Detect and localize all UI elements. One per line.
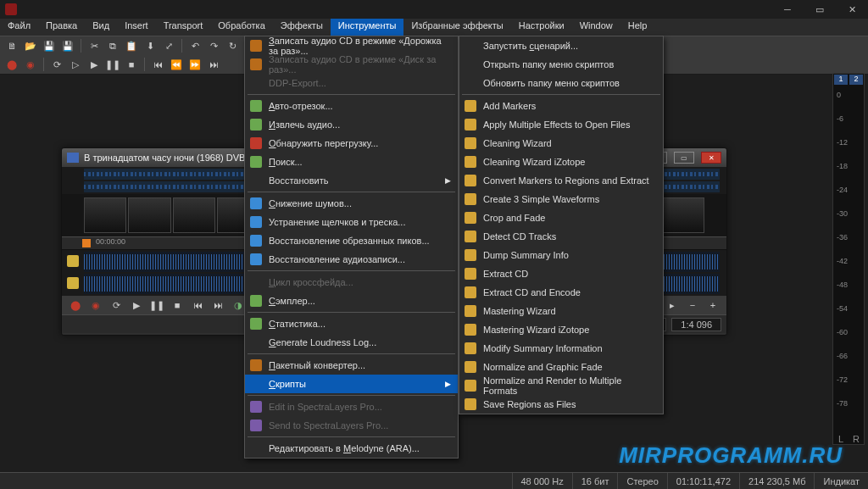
aw-stop-button[interactable]: ■ — [169, 297, 186, 313]
menu-help[interactable]: Help — [620, 19, 655, 36]
scripts-menu-item[interactable]: Cleaning Wizard — [459, 134, 663, 153]
saveas-button[interactable]: 💾 — [59, 38, 76, 53]
tools-menu-item[interactable]: Восстановление аудиозаписи... — [245, 250, 458, 269]
lock-icon[interactable] — [67, 277, 79, 289]
close-button[interactable]: ✕ — [836, 0, 868, 19]
marker-icon[interactable] — [82, 239, 91, 247]
aw-goend-button[interactable]: ⏭ — [209, 297, 226, 313]
mix-button[interactable]: ⬇ — [142, 38, 159, 53]
play-button[interactable]: ▶ — [86, 57, 103, 72]
menu-обработка[interactable]: Обработка — [210, 19, 272, 36]
maximize-button[interactable]: ▭ — [804, 0, 836, 19]
scripts-menu-item[interactable]: Create 3 Simple Waveforms — [459, 190, 663, 208]
aw-loop-button[interactable]: ⟳ — [108, 297, 125, 313]
tools-menu-item[interactable]: Записать аудио CD в режиме «Дорожка за р… — [245, 36, 458, 55]
scroll-right-button[interactable]: ▸ — [664, 297, 681, 313]
open-button[interactable]: 📂 — [22, 38, 39, 53]
rew-button[interactable]: ⏪ — [168, 57, 185, 72]
scripts-menu-item[interactable]: Modify Summary Information — [459, 339, 663, 358]
fwd-button[interactable]: ⏩ — [186, 57, 203, 72]
meter-scale-label: -60 — [837, 328, 848, 336]
aw-pause-button[interactable]: ❚❚ — [148, 297, 165, 313]
scripts-menu-item[interactable]: Convert Markers to Regions and Extract — [459, 171, 663, 190]
new-button[interactable]: 🗎 — [3, 38, 20, 53]
zoom-out-button[interactable]: − — [684, 297, 701, 313]
scripts-menu-item[interactable]: Crop and Fade — [459, 208, 663, 227]
menu-item-label: Mastering Wizard iZotope — [483, 325, 589, 335]
save-button[interactable]: 💾 — [41, 38, 58, 53]
zoom-in-button[interactable]: + — [704, 297, 721, 313]
chevron-right-icon: ▶ — [445, 380, 451, 388]
tools-menu-item[interactable]: Сэмплер... — [245, 292, 458, 310]
scripts-menu-item[interactable]: Запустить сценарий... — [459, 36, 663, 55]
gohome-button[interactable]: ⏮ — [149, 57, 166, 72]
loop-button[interactable]: ⟳ — [48, 57, 65, 72]
tools-menu-item[interactable]: Статистика... — [245, 314, 458, 333]
scripts-menu-item[interactable]: Detect CD Tracks — [459, 227, 663, 246]
note-icon — [250, 119, 262, 131]
tools-menu-item[interactable]: Устранение щелчков и треска... — [245, 213, 458, 231]
scripts-menu-item[interactable]: Extract CD and Encode — [459, 283, 663, 302]
tools-menu-item[interactable]: Обнаружить перегрузку... — [245, 134, 458, 153]
scripts-menu-item[interactable]: Add Markers — [459, 97, 663, 115]
tools-menu-item[interactable]: Скрипты▶ — [245, 375, 458, 393]
tools-menu-item[interactable]: Восстановить▶ — [245, 171, 458, 190]
meter-scale-label: -24 — [837, 186, 848, 194]
menu-window[interactable]: Window — [572, 19, 620, 36]
undo-button[interactable]: ↶ — [186, 38, 203, 53]
stop-button[interactable]: ■ — [123, 57, 140, 72]
aw-gohome-button[interactable]: ⏮ — [189, 297, 206, 313]
peak-icon — [250, 137, 262, 149]
menu-эффекты[interactable]: Эффекты — [273, 19, 331, 36]
scripts-menu-item[interactable]: Mastering Wizard iZotope — [459, 320, 663, 339]
menu-item-label: Редактировать в Melodyne (ARA)... — [269, 443, 420, 453]
scripts-menu-item[interactable]: Cleaning Wizard iZotope — [459, 153, 663, 171]
tools-menu-item[interactable]: Пакетный конвертер... — [245, 356, 458, 375]
scripts-menu-item[interactable]: Dump Summary Info — [459, 246, 663, 264]
scripts-menu-item[interactable]: Save Regions as Files — [459, 395, 663, 414]
tools-menu-item[interactable]: Снижение шумов... — [245, 194, 458, 213]
tools-menu-item[interactable]: Авто-отрезок... — [245, 97, 458, 115]
tools-menu-item[interactable]: Поиск... — [245, 153, 458, 171]
menu-правка[interactable]: Правка — [38, 19, 85, 36]
aw-arm-button[interactable]: ◉ — [87, 297, 104, 313]
audio-max-button[interactable]: ▭ — [674, 152, 694, 164]
repeat-button[interactable]: ↻ — [224, 38, 241, 53]
menu-вид[interactable]: Вид — [85, 19, 117, 36]
tools-menu-item[interactable]: Восстановление обрезанных пиков... — [245, 231, 458, 250]
scripts-menu-item[interactable]: Normalize and Render to Multiple Formats — [459, 376, 663, 395]
scripts-menu-item[interactable]: Открыть папку меню скриптов — [459, 55, 663, 74]
menu-избранные эффекты[interactable]: Избранные эффекты — [403, 19, 510, 36]
menu-insert[interactable]: Insert — [117, 19, 156, 36]
aw-play-button[interactable]: ▶ — [128, 297, 145, 313]
menu-transport[interactable]: Transport — [156, 19, 211, 36]
audio-close-button[interactable]: ✕ — [701, 152, 721, 164]
copy-button[interactable]: ⧉ — [104, 38, 121, 53]
scripts-menu-item[interactable]: Обновить папку меню скриптов — [459, 74, 663, 92]
trim-button[interactable]: ⤢ — [160, 38, 177, 53]
menu-файл[interactable]: Файл — [0, 19, 38, 36]
lock-icon[interactable] — [67, 255, 79, 267]
scripts-menu-item[interactable]: Apply Multiple Effects to Open Files — [459, 115, 663, 134]
tools-menu-item[interactable]: Редактировать в Melodyne (ARA)... — [245, 439, 458, 458]
redo-button[interactable]: ↷ — [205, 38, 222, 53]
m-icon — [465, 324, 476, 336]
minimize-button[interactable]: ─ — [771, 0, 804, 19]
tools-menu-item[interactable]: Generate Loudness Log... — [245, 333, 458, 352]
app-icon — [5, 3, 17, 15]
scripts-menu-item[interactable]: Mastering Wizard — [459, 302, 663, 320]
menu-настройки[interactable]: Настройки — [511, 19, 572, 36]
record-button[interactable]: ⬤ — [3, 57, 20, 72]
meter-scale-label: -72 — [837, 375, 848, 384]
cut-button[interactable]: ✂ — [86, 38, 103, 53]
pause-button[interactable]: ❚❚ — [104, 57, 121, 72]
aw-record-button[interactable]: ⬤ — [67, 297, 84, 313]
tools-menu-item[interactable]: Извлечь аудио... — [245, 115, 458, 134]
playall-button[interactable]: ▷ — [67, 57, 84, 72]
menu-инструменты[interactable]: Инструменты — [331, 19, 404, 36]
arm-record-button[interactable]: ◉ — [22, 57, 39, 72]
scripts-menu-item[interactable]: Normalize and Graphic Fade — [459, 358, 663, 376]
goend-button[interactable]: ⏭ — [205, 57, 222, 72]
paste-button[interactable]: 📋 — [123, 38, 140, 53]
scripts-menu-item[interactable]: Extract CD — [459, 264, 663, 283]
